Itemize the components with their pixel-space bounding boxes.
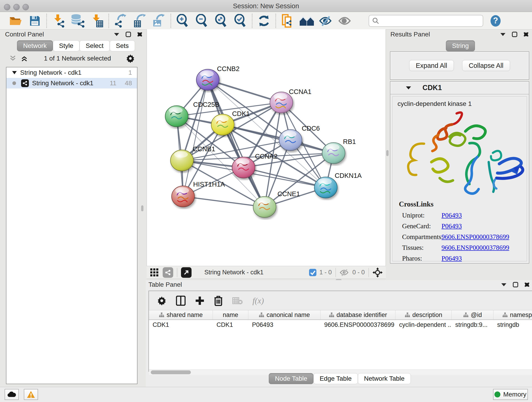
- control-panel-tab-select[interactable]: Select: [80, 40, 110, 51]
- network-node-CDK1[interactable]: [211, 114, 234, 135]
- annotations-button[interactable]: [278, 13, 297, 29]
- memory-button[interactable]: Memory: [493, 389, 528, 400]
- node-label-CDC6: CDC6: [302, 125, 320, 132]
- show-all-panels-button[interactable]: [297, 13, 317, 29]
- table-cell[interactable]: stringdb: [494, 320, 532, 330]
- delete-column-icon[interactable]: [214, 295, 223, 306]
- zoom-fit-button[interactable]: [211, 13, 231, 29]
- control-panel-tab-style[interactable]: Style: [53, 40, 80, 51]
- export-image-button[interactable]: [149, 13, 169, 29]
- network-node-count: 11: [110, 80, 116, 87]
- refresh-button[interactable]: [254, 13, 273, 29]
- cloud-icon: [7, 391, 16, 397]
- open-view-in-window-icon[interactable]: [181, 267, 191, 278]
- results-tab-string[interactable]: String: [446, 40, 475, 51]
- show-graphics-details-button[interactable]: [336, 13, 355, 29]
- warnings-button[interactable]: [24, 389, 38, 400]
- network-edge[interactable]: [183, 80, 208, 196]
- import-network-from-database-button[interactable]: [68, 13, 87, 29]
- table-tab-edge-table[interactable]: Edge Table: [313, 373, 358, 384]
- export-table-button[interactable]: [130, 13, 149, 29]
- table-options-gear-icon[interactable]: [157, 296, 166, 305]
- panel-close-icon[interactable]: [524, 282, 530, 287]
- crosslink-value-link[interactable]: P06493: [442, 255, 462, 262]
- column-header-shared-name[interactable]: shared name: [149, 310, 213, 319]
- column-header-description[interactable]: description: [395, 310, 452, 319]
- network-node-CCNB2[interactable]: [196, 69, 219, 90]
- network-node-RB1[interactable]: [322, 143, 345, 164]
- network-node-HIST1H1A[interactable]: [172, 186, 195, 207]
- selected-checkbox-icon[interactable]: [309, 269, 317, 276]
- function-builder-button[interactable]: f(x): [253, 296, 264, 306]
- network-row-selected[interactable]: String Network - cdk1 11 48: [6, 78, 137, 89]
- collapse-all-button[interactable]: Collapse All: [462, 60, 510, 71]
- column-header-database-identifier[interactable]: database identifier: [321, 310, 395, 319]
- table-cell[interactable]: P06493: [248, 320, 321, 330]
- create-column-icon[interactable]: [195, 296, 204, 305]
- network-node-CDKN1A[interactable]: [314, 177, 337, 198]
- network-options-gear-icon[interactable]: [126, 54, 135, 63]
- table-tab-node-table[interactable]: Node Table: [269, 373, 313, 384]
- cloud-button[interactable]: [5, 389, 19, 400]
- table-cell[interactable]: CDK1: [213, 320, 248, 330]
- control-panel-tab-sets[interactable]: Sets: [110, 40, 135, 51]
- table-cell[interactable]: CDK1: [149, 320, 213, 330]
- network-node-CCNB1[interactable]: [171, 150, 193, 171]
- panel-float-icon[interactable]: [513, 282, 518, 287]
- zoom-in-button[interactable]: [173, 13, 192, 29]
- column-header-name[interactable]: name: [213, 310, 248, 319]
- panel-menu-icon[interactable]: [500, 32, 506, 36]
- crosslink-value-link[interactable]: P06493: [442, 211, 462, 219]
- control-panel-tab-network[interactable]: Network: [17, 40, 53, 51]
- panel-close-icon[interactable]: [523, 32, 529, 37]
- hide-all-panels-button[interactable]: [317, 13, 336, 29]
- search-input[interactable]: [379, 17, 478, 24]
- column-header--id[interactable]: @id: [452, 310, 494, 319]
- network-node-CDC25B[interactable]: [165, 106, 188, 127]
- network-canvas[interactable]: CCNB2CCNA1CDC25BCDK1CDC6RB1CCNB1CCNA2CDK…: [147, 29, 386, 266]
- network-edge[interactable]: [183, 196, 265, 207]
- table-row[interactable]: CDK1CDK1P064939606.ENSP00000378699cyclin…: [149, 320, 532, 330]
- panel-float-icon[interactable]: [126, 32, 131, 37]
- open-session-button[interactable]: [6, 13, 25, 29]
- view-grid-icon[interactable]: [150, 268, 159, 277]
- panel-menu-icon[interactable]: [114, 32, 120, 36]
- network-node-CCNA2[interactable]: [232, 157, 255, 178]
- import-table-button[interactable]: [87, 13, 107, 29]
- export-network-button[interactable]: [111, 13, 130, 29]
- network-edge-count: 48: [125, 80, 132, 87]
- expand-all-icon[interactable]: [21, 55, 29, 62]
- collapse-all-icon[interactable]: [9, 55, 17, 62]
- table-tab-network-table[interactable]: Network Table: [358, 373, 411, 384]
- gene-expander-icon[interactable]: [405, 86, 412, 89]
- network-node-CDC6[interactable]: [279, 129, 302, 151]
- help-button[interactable]: ?: [486, 13, 505, 29]
- panel-float-icon[interactable]: [512, 32, 517, 37]
- view-network-icon[interactable]: [163, 267, 173, 278]
- expand-all-button[interactable]: Expand All: [409, 60, 454, 71]
- network-node-CCNE1[interactable]: [253, 196, 276, 217]
- save-session-button[interactable]: [25, 13, 44, 29]
- table-cell[interactable]: cyclin-dependent ...: [395, 320, 452, 330]
- search-field[interactable]: [369, 15, 483, 27]
- table-cell[interactable]: 9606.ENSP00000378699: [321, 320, 395, 330]
- crosslink-value-link[interactable]: P06493: [442, 222, 462, 230]
- crosslink-value-link[interactable]: 9606.ENSP00000378699: [442, 244, 509, 251]
- column-header-canonical-name[interactable]: canonical name: [248, 310, 321, 319]
- birds-eye-toggle-icon[interactable]: [373, 268, 383, 278]
- panel-menu-icon[interactable]: [501, 283, 507, 287]
- zoom-out-button[interactable]: [192, 13, 211, 29]
- delete-table-icon[interactable]: [232, 296, 243, 305]
- crosslink-value-link[interactable]: 9606.ENSP00000378699: [442, 233, 509, 241]
- network-collection-row[interactable]: String Network - cdk1 1: [6, 67, 137, 78]
- panel-close-icon[interactable]: [137, 32, 143, 37]
- column-header-namespace[interactable]: namespace: [494, 310, 532, 319]
- scrollbar-thumb[interactable]: [151, 370, 191, 374]
- left-splitter-handle[interactable]: [141, 205, 143, 211]
- show-columns-icon[interactable]: [176, 296, 186, 306]
- hidden-eye-slash-icon[interactable]: [340, 269, 350, 276]
- zoom-selected-button[interactable]: [231, 13, 250, 29]
- import-network-button[interactable]: [49, 13, 68, 29]
- table-cell[interactable]: stringdb:9...: [452, 320, 494, 330]
- collection-expander-icon[interactable]: [12, 71, 17, 75]
